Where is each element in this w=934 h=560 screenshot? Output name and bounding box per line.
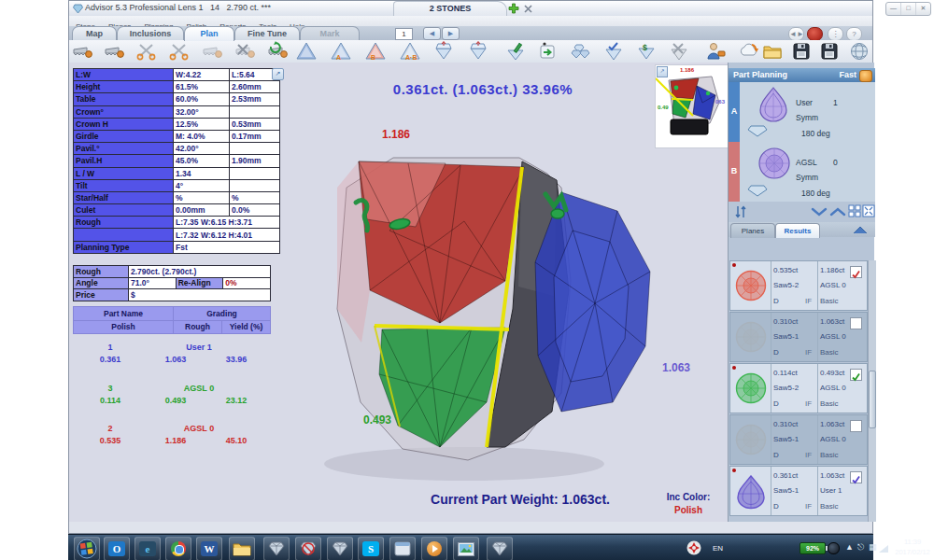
result-checkbox[interactable] [850, 317, 862, 329]
restore-button[interactable]: □ [901, 3, 916, 15]
cloud-undo-icon[interactable] [739, 41, 759, 62]
power-tray-icon[interactable] [828, 542, 840, 554]
measure-value[interactable]: 12.5% [174, 118, 230, 130]
close-button[interactable]: ✕ [916, 3, 930, 15]
saw-deep-icon[interactable] [104, 41, 124, 62]
internet-explorer-icon[interactable]: e [134, 537, 161, 560]
result-checkbox[interactable] [850, 266, 862, 278]
fast-mode-label[interactable]: Fast [839, 68, 856, 82]
result-row[interactable]: 0.535ctSaw5-2DIF1.186ctAGSL 0Basic [729, 260, 868, 311]
part-ab-icon[interactable]: A·B [400, 41, 420, 62]
measure-value[interactable]: 1.90mm [230, 155, 280, 167]
save-icon[interactable] [791, 41, 812, 62]
measure-value[interactable]: 0.17mm [230, 130, 280, 142]
advisor-gem-icon[interactable] [263, 537, 290, 560]
gem-discard-icon[interactable] [669, 41, 689, 62]
stone-3d-viewport[interactable]: 0.361ct. (1.063ct.) 33.96% [277, 63, 728, 522]
saw-remove-icon[interactable] [234, 41, 255, 62]
media-player-icon[interactable] [421, 537, 447, 560]
saw-icon[interactable] [72, 41, 92, 62]
measure-value[interactable]: % [230, 191, 280, 203]
result-row[interactable]: 0.361ctSaw5-1DIF1.063ctUser 1Basic [729, 466, 868, 516]
measure-value[interactable]: 0.53mm [230, 118, 280, 130]
measure-value[interactable]: 2.60mm [230, 81, 280, 93]
gem-export-icon[interactable] [538, 41, 559, 62]
web-globe-icon[interactable] [849, 41, 870, 62]
orientation-inset[interactable]: ↗ 1.186 0.49 063 [655, 64, 728, 148]
result-checkbox[interactable] [850, 420, 862, 432]
photo-viewer-icon[interactable] [453, 537, 479, 560]
battery-indicator[interactable]: 92% [800, 542, 826, 554]
gem-tool-icon[interactable] [327, 537, 353, 560]
measure-value[interactable]: 60.0% [174, 93, 230, 105]
approve-user-icon[interactable] [706, 41, 727, 62]
usb-tray-icon[interactable]: ⎋ [857, 542, 864, 553]
open-folder-icon[interactable] [762, 41, 783, 62]
tray-clock[interactable]: 11:39 2017/02/12 [888, 538, 934, 558]
measure-value[interactable]: W:4.22 [174, 69, 230, 81]
tab-map[interactable]: Map [72, 26, 117, 41]
measure-value[interactable]: % [174, 191, 230, 203]
measure-value[interactable]: L:7.32 W:6.12 H:4.01 [174, 229, 280, 241]
inset-expand-icon[interactable]: ↗ [657, 66, 668, 77]
planning-settings-icon[interactable] [859, 70, 872, 82]
chevron-down-icon[interactable] [811, 207, 828, 217]
measure-value[interactable]: 61.5% [174, 81, 230, 93]
help-button[interactable]: ? [846, 27, 862, 41]
show-hidden-icons[interactable]: ▲ [845, 542, 854, 552]
measure-value[interactable]: 0.00mm [174, 204, 230, 217]
signal-tray-icon[interactable] [879, 545, 888, 553]
measure-value[interactable]: 2.53mm [230, 93, 280, 105]
tab-results[interactable]: Results [775, 223, 820, 238]
add-stone-icon[interactable] [508, 3, 519, 14]
record-button[interactable] [807, 27, 823, 41]
sort-icon[interactable] [734, 204, 749, 219]
tab-inclusions[interactable]: Inclusions [117, 26, 184, 41]
part-planning-header[interactable]: Part Planning Fast [729, 68, 875, 82]
measure-value[interactable]: M: 4.0% [174, 130, 230, 142]
price-value[interactable]: $ [129, 289, 271, 301]
measure-value[interactable]: 32.00° [174, 105, 230, 118]
triangle-part-icon[interactable] [296, 41, 317, 62]
gem-facet-icon[interactable] [603, 41, 624, 62]
gem-edit-icon[interactable] [505, 41, 526, 62]
measure-value[interactable] [230, 105, 280, 118]
results-scrollbar-thumb[interactable] [869, 371, 876, 428]
saw-rotate-icon[interactable] [267, 41, 288, 62]
measure-value[interactable] [230, 167, 280, 179]
tab-planes[interactable]: Planes [730, 223, 775, 238]
measure-value[interactable]: Fst [174, 241, 280, 253]
measure-value[interactable]: L:7.35 W:6.15 H:3.71 [174, 217, 280, 229]
word-icon[interactable]: W [196, 537, 222, 560]
result-row[interactable]: 0.310ctSaw5-1DIF1.063ctAGSL 0Basic [729, 312, 868, 362]
result-checkbox[interactable] [850, 369, 862, 381]
measure-value[interactable] [230, 143, 280, 155]
gem-flip-down-icon[interactable] [468, 41, 488, 62]
planning-section-b[interactable]: B AGSL 0 Symm 180 deg [729, 142, 875, 203]
page-number-box[interactable]: 1 [395, 28, 413, 40]
save-as-icon[interactable] [819, 41, 840, 62]
result-row[interactable]: 0.310ctSaw5-1DIF1.063ctAGSL 0Basic [729, 414, 868, 465]
cleave-disabled-icon[interactable] [202, 41, 222, 62]
scissors-icon[interactable] [136, 41, 157, 62]
measure-value[interactable]: 45.0% [174, 155, 230, 167]
gem-blocked-icon[interactable] [295, 537, 321, 560]
measure-value[interactable]: 1.34 [174, 167, 230, 179]
file-explorer-icon[interactable] [229, 537, 255, 560]
gem-trio-icon[interactable] [571, 41, 591, 62]
collapse-grid-icon[interactable] [848, 204, 861, 217]
angle-value[interactable]: 71.0° [129, 277, 177, 289]
skype-icon[interactable]: S [358, 537, 384, 560]
close-stone-icon[interactable] [524, 5, 532, 13]
result-checkbox[interactable] [850, 471, 862, 483]
scissors-gold-icon[interactable] [169, 41, 190, 62]
measure-value[interactable] [230, 179, 280, 191]
stones-tab[interactable]: 2 STONES [393, 1, 507, 16]
network-tray-icon[interactable]: ▦ [869, 542, 877, 552]
chrome-icon[interactable] [165, 537, 191, 560]
minimize-button[interactable]: — [886, 3, 901, 15]
next-page-button[interactable]: ▶ [442, 27, 460, 40]
tab-mark[interactable]: Mark [300, 26, 360, 41]
chevron-up-icon[interactable] [829, 207, 846, 217]
title-bar[interactable]: Advisor 5.3 Professional Lens 1 14 2.790… [69, 1, 872, 17]
